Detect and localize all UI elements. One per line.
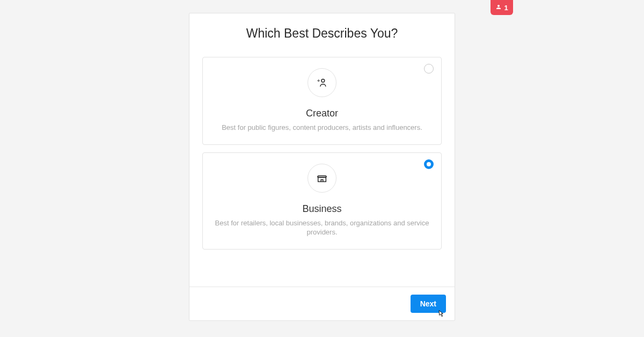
next-button[interactable]: Next xyxy=(411,295,446,313)
option-title: Business xyxy=(213,203,431,215)
option-creator[interactable]: Creator Best for public figures, content… xyxy=(202,57,442,145)
radio-creator[interactable] xyxy=(424,64,434,74)
options-list: Creator Best for public figures, content… xyxy=(202,57,442,250)
modal-footer: Next xyxy=(189,287,455,320)
option-business[interactable]: Business Best for retailers, local busin… xyxy=(202,152,442,250)
notification-badge[interactable]: 1 xyxy=(491,0,513,15)
modal-body: Which Best Describes You? Creator Best f… xyxy=(189,13,455,287)
notification-count: 1 xyxy=(504,4,508,12)
svg-point-0 xyxy=(321,79,325,82)
radio-business[interactable] xyxy=(424,159,434,169)
business-icon xyxy=(308,164,336,193)
person-icon xyxy=(495,4,502,12)
creator-icon xyxy=(308,68,336,97)
option-description: Best for retailers, local businesses, br… xyxy=(213,219,431,237)
modal-title: Which Best Describes You? xyxy=(202,26,442,41)
account-type-modal: Which Best Describes You? Creator Best f… xyxy=(189,13,455,321)
option-title: Creator xyxy=(213,108,431,119)
option-description: Best for public figures, content produce… xyxy=(213,123,431,133)
